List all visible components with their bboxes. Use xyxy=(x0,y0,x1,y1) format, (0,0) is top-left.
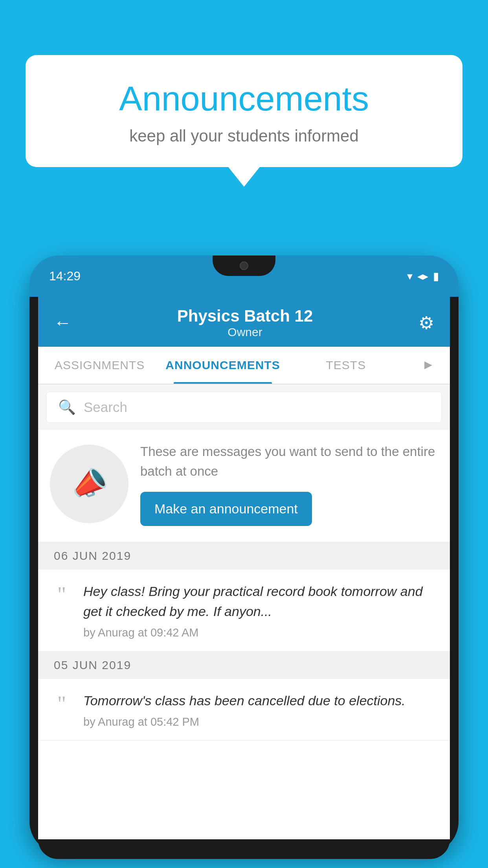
announcement-content-2: Tomorrow's class has been cancelled due … xyxy=(83,691,438,728)
search-icon: 🔍 xyxy=(58,399,76,416)
tab-tests[interactable]: TESTS xyxy=(284,347,407,384)
make-announcement-button[interactable]: Make an announcement xyxy=(140,492,312,526)
back-button[interactable]: ← xyxy=(54,313,72,333)
date-divider-1: 06 JUN 2019 xyxy=(38,542,450,570)
announcement-meta-2: by Anurag at 05:42 PM xyxy=(83,715,438,728)
speech-bubble-arrow xyxy=(228,167,260,187)
phone-container: 14:29 ▾ ◂▸ ▮ ← Physics Batch 12 Owner xyxy=(29,256,459,868)
phone-bottom-bar xyxy=(38,839,450,859)
phone-screen: ← Physics Batch 12 Owner ⚙ ASSIGNMENTS A… xyxy=(38,297,450,839)
header-title-block: Physics Batch 12 Owner xyxy=(177,307,313,339)
quote-icon-2: " xyxy=(50,693,73,714)
promo-icon-circle: 📣 xyxy=(50,445,128,523)
date-text-2: 05 JUN 2019 xyxy=(54,658,131,672)
megaphone-icon: 📣 xyxy=(67,462,112,505)
header-subtitle: Owner xyxy=(177,326,313,339)
search-bar[interactable]: 🔍 Search xyxy=(46,392,442,423)
battery-icon: ▮ xyxy=(433,270,439,283)
date-text-1: 06 JUN 2019 xyxy=(54,549,131,563)
promo-right: These are messages you want to send to t… xyxy=(140,442,438,526)
speech-bubble-wrapper: Announcements keep all your students inf… xyxy=(26,55,462,187)
notch xyxy=(213,256,275,276)
gear-icon[interactable]: ⚙ xyxy=(418,313,434,333)
header-title: Physics Batch 12 xyxy=(177,307,313,326)
status-bar: 14:29 ▾ ◂▸ ▮ xyxy=(29,256,459,297)
phone-inner: ← Physics Batch 12 Owner ⚙ ASSIGNMENTS A… xyxy=(38,297,450,839)
promo-block: 📣 These are messages you want to send to… xyxy=(38,430,450,542)
speech-bubble: Announcements keep all your students inf… xyxy=(26,55,462,167)
announcement-content-1: Hey class! Bring your practical record b… xyxy=(83,581,438,639)
search-bar-container: 🔍 Search xyxy=(38,384,450,430)
app-header: ← Physics Batch 12 Owner ⚙ xyxy=(38,297,450,347)
announcement-meta-1: by Anurag at 09:42 AM xyxy=(83,626,438,639)
quote-icon-1: " xyxy=(50,583,73,605)
tab-announcements[interactable]: ANNOUNCEMENTS xyxy=(161,347,284,384)
phone-frame: 14:29 ▾ ◂▸ ▮ ← Physics Batch 12 Owner xyxy=(29,256,459,853)
wifi-icon: ▾ xyxy=(407,270,413,283)
announcement-text-2: Tomorrow's class has been cancelled due … xyxy=(83,691,438,711)
tabs-bar: ASSIGNMENTS ANNOUNCEMENTS TESTS ▶ xyxy=(38,347,450,384)
announcement-item-2[interactable]: " Tomorrow's class has been cancelled du… xyxy=(38,679,450,741)
camera-dot xyxy=(240,261,248,270)
status-time: 14:29 xyxy=(49,269,81,283)
search-placeholder: Search xyxy=(84,399,127,415)
announcement-item-1[interactable]: " Hey class! Bring your practical record… xyxy=(38,570,450,651)
tab-assignments[interactable]: ASSIGNMENTS xyxy=(38,347,161,384)
speech-bubble-title: Announcements xyxy=(49,79,439,119)
date-divider-2: 05 JUN 2019 xyxy=(38,651,450,679)
status-icons: ▾ ◂▸ ▮ xyxy=(407,270,439,283)
tab-more[interactable]: ▶ xyxy=(407,347,450,384)
promo-description: These are messages you want to send to t… xyxy=(140,442,438,481)
speech-bubble-subtitle: keep all your students informed xyxy=(49,127,439,145)
announcement-text-1: Hey class! Bring your practical record b… xyxy=(83,581,438,622)
signal-icon: ◂▸ xyxy=(417,270,428,283)
